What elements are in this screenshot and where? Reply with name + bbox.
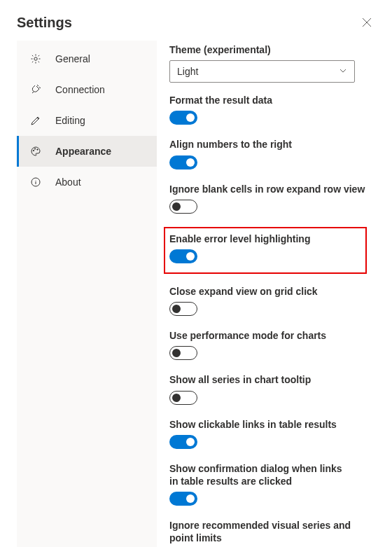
gear-icon [30, 53, 55, 64]
sidebar-item-connection[interactable]: Connection [17, 74, 157, 105]
setting-format-result: Format the result data [169, 94, 375, 127]
show-series-toggle[interactable] [169, 391, 197, 405]
settings-panel: Settings General Connection [0, 0, 392, 547]
setting-align-numbers: Align numbers to the right [169, 138, 375, 171]
ignore-blank-label: Ignore blank cells in row expand row vie… [169, 183, 375, 195]
clickable-links-toggle[interactable] [169, 435, 197, 449]
perf-mode-label: Use performance mode for charts [169, 329, 375, 342]
panel-header: Settings [17, 14, 375, 31]
toggle-knob [172, 394, 181, 402]
error-highlight-label: Enable error level highlighting [169, 233, 361, 245]
sidebar-item-label: Appearance [55, 146, 111, 157]
toggle-knob [186, 438, 195, 446]
toggle-knob [172, 349, 181, 357]
close-button[interactable] [358, 14, 375, 31]
clickable-links-label: Show clickable links in table results [169, 418, 375, 431]
error-highlight-toggle[interactable] [169, 249, 197, 263]
theme-label: Theme (experimental) [169, 43, 375, 56]
sidebar-item-about[interactable]: About [17, 167, 157, 198]
palette-icon [30, 146, 55, 157]
sidebar-item-label: About [55, 176, 81, 188]
close-icon [362, 18, 372, 27]
toggle-knob [172, 202, 181, 211]
sidebar-item-appearance[interactable]: Appearance [17, 136, 157, 167]
svg-point-1 [33, 150, 34, 151]
plug-icon [30, 84, 55, 95]
perf-mode-toggle[interactable] [169, 346, 197, 360]
chevron-down-icon [339, 66, 347, 77]
setting-ignore-blank: Ignore blank cells in row expand row vie… [169, 183, 375, 216]
toggle-knob [172, 305, 181, 313]
toggle-knob [186, 252, 195, 261]
setting-clickable-links: Show clickable links in table results [169, 418, 375, 451]
toggle-knob [186, 494, 195, 503]
ignore-blank-toggle[interactable] [169, 200, 197, 214]
ignore-limits-label: Ignore recommended visual series and poi… [169, 519, 365, 544]
toggle-knob [186, 113, 195, 122]
setting-error-highlight: Enable error level highlighting [169, 233, 361, 265]
setting-ignore-limits: Ignore recommended visual series and poi… [169, 519, 375, 547]
align-numbers-label: Align numbers to the right [169, 138, 375, 151]
sidebar-item-label: General [55, 53, 90, 64]
highlight-box: Enable error level highlighting [164, 227, 367, 274]
sidebar-item-label: Connection [55, 84, 105, 95]
settings-content: Theme (experimental) Light Format the re… [157, 41, 375, 547]
svg-point-2 [34, 148, 35, 149]
sidebar-item-editing[interactable]: Editing [17, 105, 157, 136]
svg-point-3 [37, 149, 38, 150]
setting-perf-mode: Use performance mode for charts [169, 329, 375, 362]
toggle-knob [186, 158, 195, 167]
panel-body: General Connection Editing Appearance [17, 41, 375, 547]
show-series-label: Show all series in chart tooltip [169, 373, 375, 386]
setting-confirm-links: Show confirmation dialog when links in t… [169, 462, 375, 508]
info-icon [30, 176, 55, 188]
setting-show-series: Show all series in chart tooltip [169, 373, 375, 406]
sidebar: General Connection Editing Appearance [17, 41, 157, 547]
setting-theme: Theme (experimental) Light [169, 43, 375, 83]
theme-value: Light [177, 66, 198, 77]
confirm-links-label: Show confirmation dialog when links in t… [169, 462, 351, 487]
sidebar-item-general[interactable]: General [17, 43, 157, 74]
sidebar-item-label: Editing [55, 115, 85, 126]
pencil-icon [30, 115, 55, 126]
align-numbers-toggle[interactable] [169, 155, 197, 169]
panel-title: Settings [17, 15, 72, 31]
theme-select[interactable]: Light [169, 60, 355, 83]
close-expand-label: Close expand view on grid click [169, 285, 375, 298]
confirm-links-toggle[interactable] [169, 492, 197, 506]
format-result-toggle[interactable] [169, 111, 197, 125]
setting-close-expand: Close expand view on grid click [169, 285, 375, 318]
format-result-label: Format the result data [169, 94, 375, 106]
close-expand-toggle[interactable] [169, 302, 197, 316]
svg-point-0 [34, 57, 37, 60]
